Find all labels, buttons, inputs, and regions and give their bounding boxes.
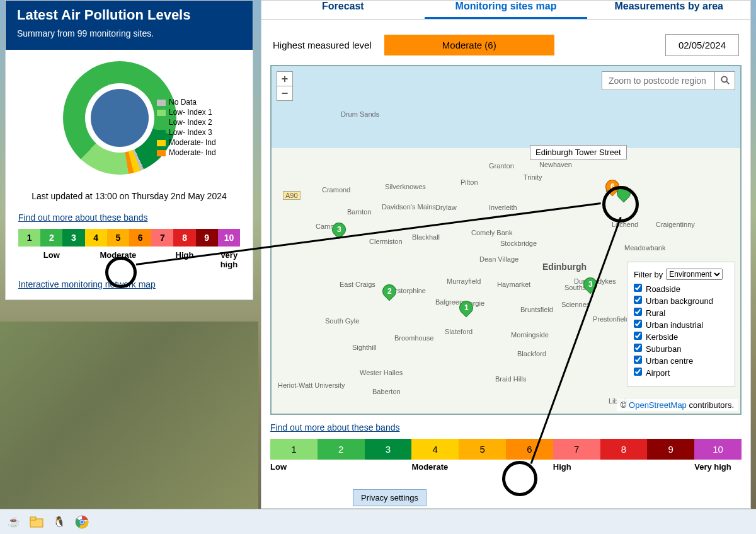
filter-checkbox[interactable] — [634, 344, 642, 352]
map-place-label: Drum Sands — [341, 110, 379, 118]
zoom-out-button[interactable]: − — [277, 86, 292, 100]
band-cell-7: 7 — [151, 229, 173, 247]
map-place-label: Silverknowes — [385, 183, 426, 190]
band-cell-10: 10 — [218, 229, 240, 247]
postcode-search-button[interactable] — [715, 71, 735, 90]
map-place-label: Lochend — [612, 221, 638, 228]
filter-checkbox[interactable] — [634, 284, 642, 292]
map-place-label: Blackford — [517, 350, 546, 357]
map-place-label: Barnton — [347, 208, 372, 216]
map-place-label: Comely Bank — [471, 229, 512, 236]
map-marker[interactable] — [617, 186, 631, 204]
filter-checkbox[interactable] — [634, 332, 642, 340]
filter-select[interactable]: Environment — [666, 269, 723, 280]
taskbar-app-3[interactable]: 🐧 — [49, 512, 69, 532]
map-place-label: Braid Hills — [495, 375, 527, 383]
band-cell-5: 5 — [107, 229, 129, 247]
map-place-label: Murrayfield — [447, 277, 481, 285]
chart-legend: No DataLow- Index 1Low- Index 2Low- Inde… — [157, 98, 216, 158]
map-place-label: Baberton — [372, 388, 401, 395]
band-scale-bottom: 12345678910 — [261, 439, 750, 462]
band-cell-8: 8 — [600, 439, 648, 460]
map-container[interactable]: + − Edinburgh Tower Street Drum SandsCra… — [270, 65, 742, 415]
bands-info-link[interactable]: Find out more about these bands — [6, 212, 253, 223]
taskbar-app-1[interactable]: ☕ — [4, 512, 24, 532]
filter-option[interactable]: Urban industrial — [634, 320, 728, 330]
tab-monitoring-map[interactable]: Monitoring sites map — [425, 1, 588, 19]
legend-item: Low- Index 3 — [157, 128, 216, 137]
band-cell-2: 2 — [318, 439, 365, 460]
donut-chart: No DataLow- Index 1Low- Index 2Low- Inde… — [6, 50, 253, 183]
filter-option[interactable]: Airport — [634, 368, 728, 378]
band-cell-10: 10 — [694, 439, 742, 460]
filter-option[interactable]: Urban background — [634, 296, 728, 306]
band-cell-9: 9 — [647, 439, 694, 460]
legend-item: No Data — [157, 98, 216, 107]
filter-option[interactable]: Suburban — [634, 344, 728, 354]
map-place-label: Bruntsfield — [520, 306, 553, 313]
last-updated-text: Last updated at 13:00 on Thursday 2nd Ma… — [6, 183, 253, 212]
map-place-label: Craigentinny — [656, 221, 695, 228]
search-icon — [721, 76, 730, 84]
svg-point-8 — [80, 520, 83, 523]
filter-option[interactable]: Roadside — [634, 284, 728, 294]
map-marker[interactable]: 3 — [583, 277, 597, 295]
taskbar: ☕ 🐧 — [0, 509, 756, 534]
map-place-label: Newhaven — [539, 161, 572, 168]
sidebar-title: Latest Air Pollution Levels — [17, 7, 241, 23]
sidebar-subtitle: Summary from 99 monitoring sites. — [17, 28, 241, 38]
band-cell-5: 5 — [459, 439, 506, 460]
map-place-label: Heriot-Watt University — [278, 381, 345, 389]
filter-checkbox[interactable] — [634, 296, 642, 304]
map-place-label: Meadowbank — [624, 244, 665, 252]
map-attribution: © OpenStreetMap contributors. — [617, 399, 738, 411]
interactive-map-link[interactable]: Interactive monitoring network map — [6, 279, 253, 299]
map-place-label: Cramond — [322, 186, 350, 194]
privacy-settings-button[interactable]: Privacy settings — [353, 489, 427, 506]
map-place-label: Haymarket — [497, 281, 530, 288]
osm-link[interactable]: OpenStreetMap — [629, 400, 687, 410]
map-marker[interactable]: 2 — [382, 284, 396, 302]
postcode-search-input[interactable] — [602, 71, 715, 90]
date-selector[interactable]: 02/05/2024 — [665, 34, 739, 56]
filter-option[interactable]: Kerbside — [634, 332, 728, 342]
map-road-label: A90 — [283, 191, 301, 200]
svg-rect-3 — [30, 517, 36, 520]
main-panel: Forecast Monitoring sites map Measuremen… — [261, 0, 751, 509]
map-place-label: Davidson's Mains — [382, 203, 436, 211]
zoom-in-button[interactable]: + — [277, 72, 292, 86]
tab-bar: Forecast Monitoring sites map Measuremen… — [261, 1, 750, 20]
band-cell-7: 7 — [553, 439, 600, 460]
filter-checkbox[interactable] — [634, 320, 642, 328]
legend-item: Moderate- Ind — [157, 138, 216, 147]
map-place-label: Inverleith — [489, 204, 517, 211]
map-place-label: Sciennes — [561, 301, 590, 308]
map-place-label: Broomhouse — [394, 334, 433, 342]
band-cell-1: 1 — [270, 439, 318, 460]
taskbar-chrome[interactable] — [72, 512, 92, 532]
map-place-label: South Gyle — [325, 317, 359, 325]
zoom-controls: + − — [277, 71, 293, 101]
filter-option[interactable]: Rural — [634, 308, 728, 318]
map-marker[interactable]: 3 — [332, 223, 346, 240]
band-cell-3: 3 — [62, 229, 84, 247]
map-marker[interactable]: 1 — [459, 301, 473, 318]
filter-label: Filter by — [634, 270, 663, 279]
band-cell-1: 1 — [18, 229, 40, 247]
band-cell-9: 9 — [196, 229, 218, 247]
filter-checkbox[interactable] — [634, 356, 642, 364]
chrome-icon — [75, 515, 89, 529]
filter-checkbox[interactable] — [634, 368, 642, 376]
tab-measurements[interactable]: Measurements by area — [587, 1, 750, 19]
svg-point-0 — [721, 76, 727, 82]
svg-line-1 — [726, 81, 729, 84]
band-categories-bottom: Low Moderate High Very high — [261, 462, 750, 478]
taskbar-file-explorer[interactable] — [26, 512, 47, 532]
bands-info-link-bottom[interactable]: Find out more about these bands — [261, 415, 750, 439]
map-place-label: Slateford — [445, 328, 472, 335]
filter-option[interactable]: Urban centre — [634, 356, 728, 366]
filter-checkbox[interactable] — [634, 308, 642, 316]
map-place-label: Blackhall — [412, 233, 440, 241]
band-cell-4: 4 — [85, 229, 107, 247]
tab-forecast[interactable]: Forecast — [261, 1, 425, 19]
